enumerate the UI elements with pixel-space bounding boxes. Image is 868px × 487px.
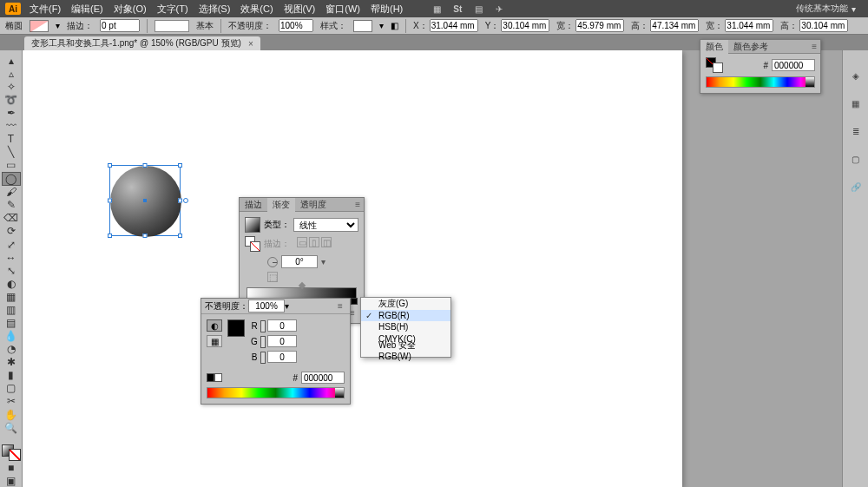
rectangle-tool[interactable]: ▭ bbox=[2, 159, 21, 172]
tab-color-guide[interactable]: 颜色参考 bbox=[728, 40, 773, 54]
stroke-profile[interactable] bbox=[155, 20, 189, 32]
w-field[interactable] bbox=[575, 19, 624, 32]
panel-menu-icon[interactable]: ≡ bbox=[334, 301, 346, 311]
opacity-field[interactable] bbox=[279, 19, 313, 32]
resize-handle[interactable] bbox=[143, 163, 148, 168]
line-tool[interactable]: ╲ bbox=[2, 146, 21, 159]
stroke-indicator[interactable] bbox=[9, 449, 21, 461]
menu-view[interactable]: 视图(V) bbox=[284, 3, 316, 16]
eyedropper-tool[interactable]: 💧 bbox=[2, 330, 21, 343]
zoom-tool[interactable]: 🔍 bbox=[2, 421, 21, 434]
lasso-tool[interactable]: ➰ bbox=[2, 93, 21, 106]
slider-knob[interactable] bbox=[260, 336, 266, 348]
dock-links-icon[interactable]: 🔗 bbox=[847, 179, 865, 194]
stroke-apply-3-icon[interactable]: ◫ bbox=[321, 237, 332, 247]
black-white-swatch-icon[interactable] bbox=[207, 373, 222, 382]
artboard-tool[interactable]: ▢ bbox=[2, 382, 21, 395]
free-transform-tool[interactable]: ⤡ bbox=[2, 264, 21, 277]
ctx-item-websafe[interactable]: Web 安全 RGB(W) bbox=[361, 345, 450, 357]
ellipse-tool[interactable]: ◯ bbox=[2, 172, 21, 186]
h-field[interactable] bbox=[650, 19, 699, 32]
menu-file[interactable]: 文件(F) bbox=[30, 3, 61, 16]
gradient-type-select[interactable]: 线性 bbox=[293, 218, 358, 232]
current-color-swatch[interactable] bbox=[227, 319, 245, 337]
center-point-icon[interactable] bbox=[143, 199, 147, 202]
gradient-angle-field[interactable] bbox=[281, 255, 318, 268]
ctx-item-rgb[interactable]: ✓RGB(R) bbox=[361, 310, 450, 322]
shape-h-field[interactable] bbox=[799, 19, 848, 32]
hex-field[interactable] bbox=[301, 372, 345, 384]
tab-stroke[interactable]: 描边 bbox=[240, 198, 267, 212]
b-value-field[interactable] bbox=[267, 351, 297, 363]
fill-swatch[interactable] bbox=[30, 20, 49, 32]
color-panel[interactable]: 颜色 颜色参考 ≡ # bbox=[700, 39, 821, 94]
x-field[interactable] bbox=[430, 19, 478, 32]
chevron-down-icon[interactable]: ▾ bbox=[285, 301, 289, 311]
resize-handle[interactable] bbox=[178, 163, 182, 168]
menu-window[interactable]: 窗口(W) bbox=[326, 3, 360, 16]
resize-handle[interactable] bbox=[178, 199, 182, 203]
curvature-tool[interactable]: 〰 bbox=[2, 119, 21, 132]
document-tab[interactable]: 变形工具和变换工具-1.png* @ 150% (RGB/GPU 预览) × bbox=[24, 36, 260, 50]
slice-tool[interactable]: ✂ bbox=[2, 395, 21, 408]
pen-tool[interactable]: ✒ bbox=[2, 106, 21, 119]
hand-tool[interactable]: ✋ bbox=[2, 408, 21, 421]
dock-swatches-icon[interactable]: ▦ bbox=[847, 95, 865, 111]
paintbrush-tool[interactable]: 🖌 bbox=[2, 186, 21, 199]
menu-effect[interactable]: 效果(C) bbox=[240, 3, 273, 16]
color-mode-swatches-button[interactable]: ▦ bbox=[207, 335, 222, 347]
shape-builder-tool[interactable]: ◐ bbox=[2, 277, 21, 290]
chevron-down-icon[interactable]: ▾ bbox=[321, 257, 326, 267]
mesh-tool[interactable]: ▥ bbox=[2, 303, 21, 316]
color-hex-field[interactable] bbox=[772, 59, 815, 71]
panel-menu-icon[interactable]: ≡ bbox=[808, 42, 820, 51]
resize-handle[interactable] bbox=[178, 234, 182, 238]
stroke-weight-field[interactable] bbox=[100, 19, 140, 32]
slider-knob[interactable] bbox=[260, 352, 266, 364]
gradient-tool[interactable]: ▤ bbox=[2, 316, 21, 329]
dock-layers-icon[interactable]: ≣ bbox=[847, 123, 865, 139]
pencil-tool[interactable]: ✎ bbox=[2, 199, 21, 212]
menu-edit[interactable]: 编辑(E) bbox=[71, 3, 103, 16]
magic-wand-tool[interactable]: ✧ bbox=[2, 80, 21, 93]
resize-handle[interactable] bbox=[108, 163, 112, 168]
stroke-apply-2-icon[interactable]: ▯ bbox=[309, 237, 319, 247]
close-icon[interactable]: × bbox=[248, 39, 253, 49]
menu-object[interactable]: 对象(O) bbox=[114, 3, 147, 16]
tab-gradient[interactable]: 渐变 bbox=[267, 198, 295, 212]
chevron-down-icon[interactable]: ▾ bbox=[379, 21, 384, 30]
ctx-item-hsb[interactable]: HSB(H) bbox=[361, 321, 450, 333]
color-picker-panel[interactable]: 不透明度： ▾ ≡ ◐ ▦ R G B bbox=[201, 298, 351, 405]
rotate-tool[interactable]: ⟳ bbox=[2, 225, 21, 238]
gpu-icon[interactable]: ✈ bbox=[491, 2, 507, 16]
dock-color-icon[interactable]: ◈ bbox=[847, 68, 865, 83]
color-mode-solid[interactable]: ■ bbox=[2, 461, 21, 474]
bridge-icon[interactable]: ▦ bbox=[429, 2, 444, 16]
stroke-apply-1-icon[interactable]: ▭ bbox=[297, 237, 307, 247]
type-tool[interactable]: T bbox=[2, 132, 21, 145]
shape-w-field[interactable] bbox=[725, 19, 773, 32]
r-value-field[interactable] bbox=[267, 319, 297, 332]
graphic-style-swatch[interactable] bbox=[353, 20, 372, 32]
slider-knob[interactable] bbox=[260, 320, 266, 332]
gradient-fill-stroke-icon[interactable] bbox=[245, 236, 260, 252]
tab-color[interactable]: 颜色 bbox=[700, 40, 728, 54]
color-mode-sliders-button[interactable]: ◐ bbox=[207, 319, 222, 332]
gradient-stop-right[interactable] bbox=[351, 298, 358, 305]
stock-icon[interactable]: St bbox=[450, 2, 465, 16]
fill-stroke-indicator[interactable] bbox=[2, 444, 21, 462]
g-value-field[interactable] bbox=[267, 335, 297, 347]
menu-help[interactable]: 帮助(H) bbox=[371, 3, 403, 16]
b-slider[interactable] bbox=[262, 352, 264, 361]
fill-stroke-mini-icon[interactable] bbox=[706, 57, 723, 73]
ctx-item-grayscale[interactable]: 灰度(G) bbox=[361, 298, 450, 310]
screen-mode[interactable]: ▣ bbox=[2, 474, 21, 487]
resize-handle[interactable] bbox=[143, 234, 148, 238]
resize-handle[interactable] bbox=[108, 199, 112, 203]
width-tool[interactable]: ↔ bbox=[2, 251, 21, 264]
scale-tool[interactable]: ⤢ bbox=[2, 238, 21, 251]
selection-bounding-box[interactable] bbox=[109, 165, 181, 236]
g-slider[interactable] bbox=[262, 337, 264, 346]
dock-artboards-icon[interactable]: ▢ bbox=[847, 151, 865, 167]
arrange-docs-icon[interactable]: ▤ bbox=[470, 2, 486, 16]
